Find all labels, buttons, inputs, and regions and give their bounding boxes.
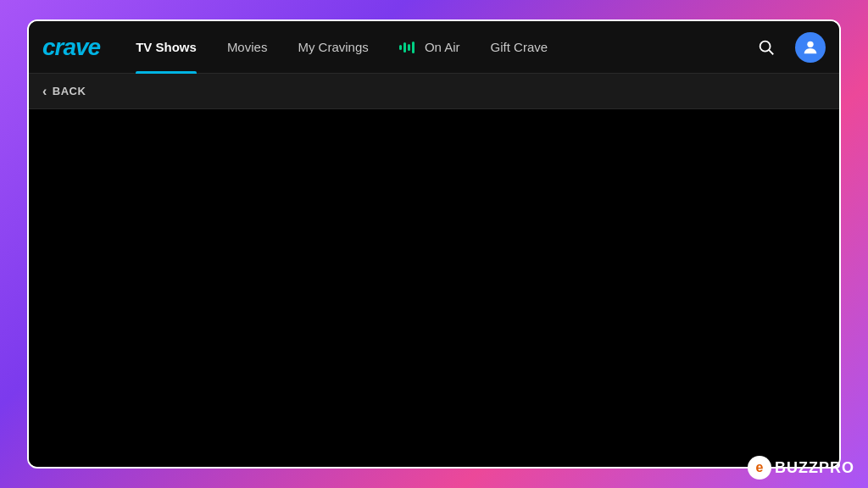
- browser-window: crave TV Shows Movies My Cravings: [27, 19, 841, 469]
- svg-point-2: [807, 41, 813, 47]
- live-broadcast-icon: [399, 42, 415, 53]
- crave-logo[interactable]: crave: [42, 34, 100, 61]
- user-avatar-button[interactable]: [795, 32, 826, 63]
- page-wrapper: crave TV Shows Movies My Cravings: [0, 0, 868, 488]
- nav-item-tv-shows[interactable]: TV Shows: [120, 21, 212, 74]
- search-button[interactable]: [751, 32, 782, 63]
- sub-nav: ‹ BACK: [29, 74, 839, 109]
- svg-line-1: [769, 50, 773, 54]
- nav-item-my-cravings[interactable]: My Cravings: [282, 21, 383, 74]
- buzzpro-text: BUZZPRO: [775, 459, 854, 477]
- watermark: e BUZZPRO: [748, 456, 854, 480]
- nav-links: TV Shows Movies My Cravings: [120, 21, 751, 74]
- user-icon: [801, 38, 820, 57]
- search-icon: [757, 38, 776, 57]
- svg-point-0: [760, 41, 771, 51]
- back-button[interactable]: ‹ BACK: [42, 84, 86, 99]
- buzzpro-icon: e: [748, 456, 771, 480]
- main-content: [29, 109, 839, 467]
- nav-item-movies[interactable]: Movies: [212, 21, 283, 74]
- nav-item-gift-crave[interactable]: Gift Crave: [476, 21, 564, 74]
- navbar: crave TV Shows Movies My Cravings: [29, 21, 839, 74]
- nav-right: [751, 32, 826, 63]
- nav-item-on-air[interactable]: On Air: [384, 21, 476, 74]
- logo-text: crave: [42, 34, 100, 60]
- back-chevron-icon: ‹: [42, 84, 47, 99]
